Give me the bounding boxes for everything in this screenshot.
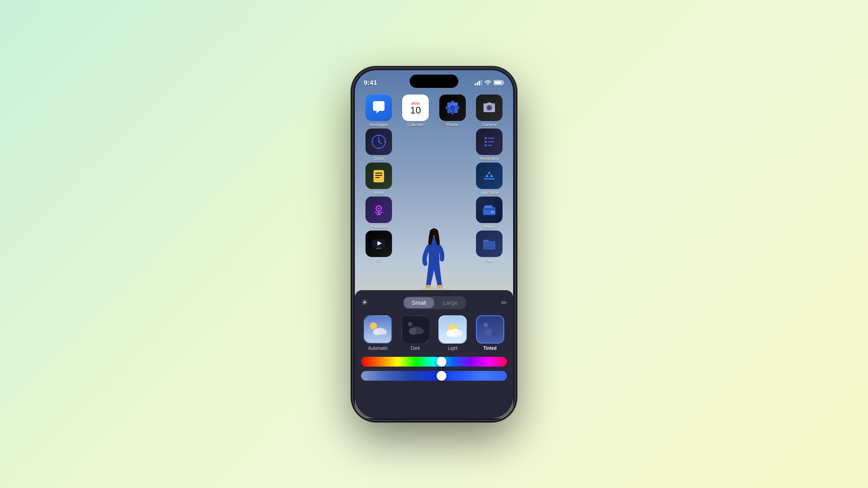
app-row-5: TV Files (361, 231, 507, 263)
color-slider-blue-wrap (361, 371, 507, 381)
tv-label: TV (376, 258, 381, 263)
app-item-tv[interactable]: TV (361, 231, 396, 263)
svg-point-71 (446, 330, 455, 337)
app-item-empty8 (435, 231, 470, 263)
svg-rect-57 (483, 242, 495, 250)
svg-point-67 (408, 322, 412, 326)
svg-point-5 (437, 285, 443, 288)
svg-rect-51 (484, 205, 492, 208)
app-row-3: Notes (361, 163, 507, 195)
app-item-camera[interactable]: Camera (472, 95, 507, 127)
svg-point-46 (378, 208, 380, 209)
notes-icon[interactable] (365, 163, 392, 189)
icon-style-row: ☀ Small Large ✏ (361, 296, 507, 309)
photos-icon[interactable] (439, 95, 466, 121)
calendar-icon[interactable]: MON 10 (402, 95, 429, 121)
dynamic-island (410, 75, 458, 88)
theme-option-automatic[interactable]: Automatic (361, 315, 395, 351)
clock-icon[interactable] (365, 129, 392, 155)
svg-point-33 (384, 141, 385, 142)
appstore-label: App Store (480, 190, 498, 195)
app-item-wallet[interactable]: Wallet (472, 197, 507, 229)
svg-point-35 (485, 140, 487, 143)
status-time: 9:41 (364, 79, 377, 86)
svg-point-31 (378, 147, 379, 148)
theme-label-automatic: Automatic (368, 346, 388, 351)
wifi-icon (484, 80, 491, 85)
size-small-button[interactable]: Small (404, 297, 434, 308)
app-item-messages[interactable]: Messages (361, 95, 396, 127)
app-row-4: Podcasts (361, 197, 507, 229)
messages-icon[interactable] (365, 95, 392, 121)
svg-line-29 (379, 142, 381, 144)
photos-label: Photos (446, 122, 459, 127)
app-item-empty5 (398, 197, 434, 229)
size-toggle[interactable]: Small Large (403, 296, 467, 309)
appstore-icon[interactable] (476, 163, 503, 189)
rainbow-slider-knob[interactable] (437, 357, 446, 367)
svg-point-30 (378, 136, 379, 136)
svg-rect-40 (373, 170, 384, 182)
camera-icon[interactable] (476, 95, 503, 121)
theme-label-light: Light (448, 346, 457, 351)
color-slider-rainbow-wrap (361, 357, 507, 367)
svg-point-25 (493, 104, 494, 105)
color-slider-blue[interactable] (361, 371, 507, 381)
tv-icon[interactable] (365, 231, 392, 257)
svg-point-32 (373, 141, 373, 142)
svg-rect-43 (375, 177, 380, 178)
svg-rect-7 (477, 82, 478, 85)
bottom-panel: ☀ Small Large ✏ (355, 290, 513, 418)
theme-option-tinted[interactable]: Tinted (473, 315, 507, 351)
size-large-button[interactable]: Large (435, 297, 465, 308)
theme-icon-light[interactable] (438, 315, 467, 344)
svg-point-4 (425, 285, 431, 288)
svg-point-77 (483, 323, 488, 327)
svg-point-34 (485, 137, 487, 139)
battery-icon (494, 80, 504, 85)
theme-icon-automatic[interactable] (364, 315, 392, 344)
calendar-label: Calendar (407, 122, 424, 127)
podcasts-label: Podcasts (370, 224, 387, 229)
messages-label: Messages (369, 122, 388, 127)
status-icons (475, 80, 504, 85)
theme-option-light[interactable]: Light (436, 315, 470, 351)
app-row-2: Clock (361, 129, 507, 161)
app-item-podcasts[interactable]: Podcasts (361, 197, 396, 229)
reminders-icon[interactable] (476, 129, 503, 155)
podcasts-icon[interactable] (365, 197, 392, 223)
app-item-empty7 (398, 231, 434, 263)
camera-label: Camera (482, 122, 496, 127)
svg-point-76 (491, 329, 499, 336)
theme-options: Automatic Dark (361, 315, 507, 351)
pencil-icon[interactable]: ✏ (501, 299, 507, 307)
files-icon[interactable] (476, 231, 503, 257)
app-item-reminders[interactable]: Reminders (472, 129, 507, 161)
app-row-1: Messages MON 10 Calendar (361, 95, 507, 127)
svg-rect-42 (375, 175, 382, 176)
svg-rect-56 (376, 248, 382, 249)
app-grid: Messages MON 10 Calendar (361, 95, 507, 265)
svg-point-53 (492, 211, 495, 213)
theme-icon-tinted[interactable] (476, 315, 504, 344)
app-item-notes[interactable]: Notes (361, 163, 396, 195)
svg-point-66 (416, 328, 424, 334)
svg-rect-50 (483, 208, 495, 210)
app-item-appstore[interactable]: App Store (472, 163, 507, 195)
app-item-clock[interactable]: Clock (361, 129, 396, 161)
blue-slider-knob[interactable] (437, 371, 446, 381)
svg-point-72 (455, 330, 463, 337)
svg-point-24 (488, 106, 491, 109)
files-label: Files (485, 258, 494, 263)
wallet-icon[interactable] (476, 197, 503, 223)
app-item-files[interactable]: Files (472, 231, 507, 263)
theme-icon-dark[interactable] (401, 315, 430, 344)
svg-point-59 (370, 322, 377, 329)
phone-screen: 9:41 (355, 70, 513, 418)
svg-point-21 (450, 105, 455, 110)
theme-option-dark[interactable]: Dark (399, 315, 433, 351)
color-slider-rainbow[interactable] (361, 357, 507, 367)
cal-day: 10 (410, 106, 421, 115)
app-item-photos[interactable]: Photos (435, 95, 470, 127)
app-item-calendar[interactable]: MON 10 Calendar (398, 95, 434, 127)
